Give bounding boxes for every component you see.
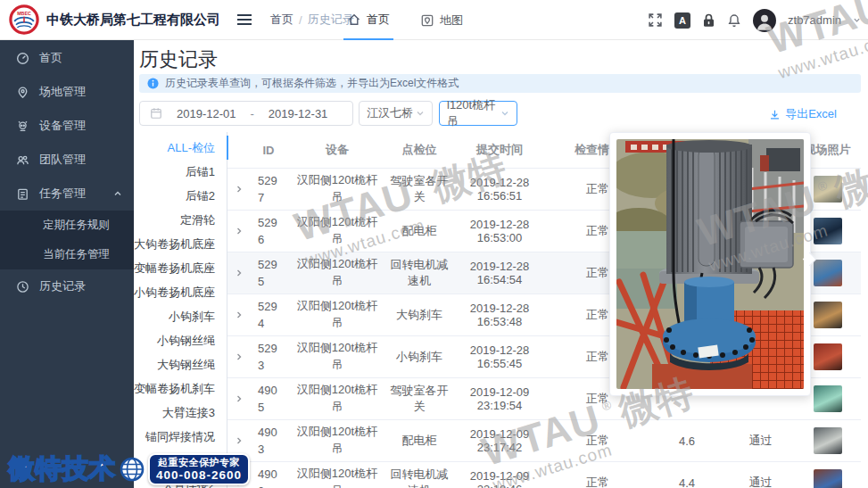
expand-row-icon[interactable] [227,269,251,277]
row-device: 汉阳侧120t桅杆吊 [286,424,388,458]
table-column-header: 提交时间 [451,142,549,158]
info-icon [147,78,159,89]
breadcrumb: 首页 / 历史记录 [270,12,354,28]
map-icon [420,13,434,28]
check-point-tab[interactable]: 小钩钢丝绳 [134,328,227,352]
check-point-tab[interactable]: 变幅卷扬机底座 [134,256,227,280]
lock-icon[interactable] [702,13,715,28]
date-start-value: 2019-12-01 [177,107,236,120]
device-icon [16,120,29,133]
check-point-tab[interactable]: 后锚2 [134,184,227,208]
expand-row-icon[interactable] [227,185,251,194]
sidebar-item-任务管理[interactable]: 任务管理 [0,177,134,211]
row-device: 汉阳侧120t桅杆吊 [286,214,388,248]
sidebar-item-场地管理[interactable]: 场地管理 [0,75,134,109]
inspection-photo[interactable] [814,218,842,244]
row-id: 5295 [251,256,286,291]
inspection-photo[interactable] [814,469,842,488]
bell-icon[interactable] [727,13,741,28]
inspection-photo[interactable] [814,176,842,203]
check-point-tab[interactable]: 定滑轮 [134,208,227,232]
page-title: 历史记录 [139,46,218,73]
row-device: 汉阳侧120t桅杆吊 [286,340,388,374]
inspection-photo[interactable] [814,302,842,328]
inspection-photo[interactable] [814,260,842,286]
row-score: 4.4 [647,476,727,488]
hamburger-menu-icon[interactable] [233,10,256,29]
export-excel-label: 导出Excel [785,106,837,122]
row-submit-time: 2019-12-28 16:53:48 [451,302,549,328]
export-excel-button[interactable]: 导出Excel [769,106,837,122]
row-status: 正常 [549,433,647,449]
row-submit-time: 2019-12-28 16:54:54 [451,260,549,286]
hotline-slogan: 起重安全保护专家 [156,457,242,468]
expand-row-icon[interactable] [227,310,251,319]
row-id: 4905 [251,382,286,417]
check-point-tab[interactable]: 大臂连接3 [134,401,227,425]
row-check-point: 驾驶室各开关 [388,173,451,205]
row-status: 正常 [549,475,647,488]
expand-row-icon[interactable] [227,227,251,236]
check-point-tab[interactable]: 后锚1 [134,160,227,184]
check-point-tab[interactable]: ALL-检位 [134,136,227,160]
check-point-tab[interactable]: 大钩钢丝绳 [134,352,227,376]
row-check-point: 大钩刹车 [388,307,451,323]
hotline-number: 400-008-2600 [156,468,242,483]
row-id: 5294 [251,298,286,333]
table-row[interactable]: 4903汉阳侧120t桅杆吊配电柜2019-12-09 23:17:42正常4.… [227,420,861,462]
sidebar-subitem-当前任务管理[interactable]: 当前任务管理 [0,240,134,269]
device-select[interactable]: l120t桅杆吊 [439,101,517,126]
site-select[interactable]: 江汉七桥 [359,101,433,126]
breadcrumb-home[interactable]: 首页 [270,12,293,28]
row-check-point: 回转电机减速机 [388,467,451,488]
row-submit-time: 2019-12-28 16:53:00 [451,218,549,244]
sidebar-item-设备管理[interactable]: 设备管理 [0,109,134,143]
expand-row-icon[interactable] [227,352,251,361]
check-point-tab[interactable]: 小钩刹车 [134,304,227,328]
row-check-point: 配电柜 [388,433,451,449]
sidebar-item-label: 首页 [39,50,62,66]
sidebar-item-label: 历史记录 [39,278,86,294]
username-label[interactable]: ztb7admin [788,13,841,27]
row-id: 4902 [251,466,286,488]
check-point-tab[interactable]: 大钩卷扬机底座 [134,232,227,256]
sidebar-item-历史记录[interactable]: 历史记录 [0,269,134,303]
sidebar-item-首页[interactable]: 首页 [0,41,134,75]
expand-row-icon[interactable] [227,436,251,445]
expand-row-icon[interactable] [227,394,251,403]
inspection-photo[interactable] [814,343,842,370]
check-point-tab[interactable]: 锚同焊接情况 [134,425,227,449]
photo-preview-image [616,139,804,389]
check-point-tab[interactable]: 变幅卷扬机刹车 [134,376,227,401]
nav-tab-首页[interactable]: 首页 [343,0,393,40]
sidebar-item-团队管理[interactable]: 团队管理 [0,143,134,177]
fullscreen-icon[interactable] [648,12,663,28]
user-avatar[interactable] [753,9,776,32]
inspection-photo[interactable] [814,385,842,412]
inspection-photo[interactable] [814,427,842,454]
row-id: 4903 [251,424,286,459]
chevron-up-icon [113,189,122,198]
row-device: 汉阳侧120t桅杆吊 [286,172,388,206]
row-device: 汉阳侧120t桅杆吊 [286,466,388,488]
sidebar-subitem-定期任务规则[interactable]: 定期任务规则 [0,211,134,240]
row-id: 5296 [251,214,286,249]
row-check-point: 小钩刹车 [388,349,451,365]
vendor-brand-text: 微特技术 [9,451,116,487]
sidebar-item-label: 设备管理 [39,118,86,134]
check-point-tab[interactable]: 小钩卷扬机底座 [134,280,227,304]
company-name: 中铁大桥局第七工程有限公司 [46,12,220,29]
date-range-input[interactable]: 2019-12-01 - 2019-12-31 [139,101,353,126]
chevron-down-icon[interactable] [853,16,861,24]
row-id: 5293 [251,340,286,375]
row-check-point: 配电柜 [388,223,451,239]
sidebar-submenu: 定期任务规则当前任务管理 [0,211,134,269]
location-icon [16,86,29,99]
calendar-icon [150,107,162,120]
row-photo-cell [794,427,861,454]
globe-icon [120,457,145,482]
translate-icon[interactable]: A [674,12,690,29]
table-row[interactable]: 4902汉阳侧120t桅杆吊回转电机减速机2019-12-09 23:18:46… [227,462,861,488]
nav-tab-地图[interactable]: 地图 [417,0,467,40]
table-column-header: 点检位 [388,142,451,158]
